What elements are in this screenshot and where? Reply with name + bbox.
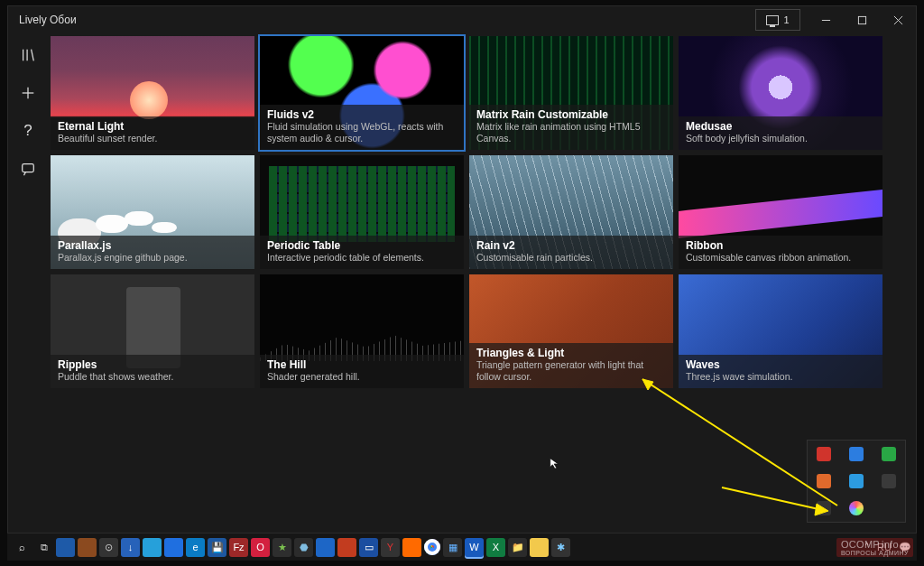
wallpaper-grid: Eternal LightBeautiful sunset render.Flu… xyxy=(50,35,912,389)
wallpaper-card[interactable]: The HillShader generated hill. xyxy=(259,274,465,389)
library-icon[interactable] xyxy=(17,44,39,66)
tray-6[interactable] xyxy=(882,474,896,488)
wallpaper-overlay: Rain v2Customisable rain particles. xyxy=(469,236,673,269)
tray-8[interactable] xyxy=(849,501,864,515)
wallpaper-title: Ribbon xyxy=(686,239,875,252)
wallpaper-desc: Parallax.js engine github page. xyxy=(58,252,247,264)
wallpaper-grid-scroll[interactable]: Eternal LightBeautiful sunset render.Flu… xyxy=(48,33,916,533)
app-16[interactable]: Y xyxy=(381,538,400,557)
wallpaper-desc: Soft body jellyfish simulation. xyxy=(686,133,875,144)
feedback-icon[interactable] xyxy=(17,158,39,180)
help-icon[interactable]: ? xyxy=(17,120,39,142)
app-4[interactable]: ↓ xyxy=(121,538,140,557)
wallpaper-overlay: Matrix Rain CustomizableMatrix like rain… xyxy=(469,105,673,150)
app-18[interactable] xyxy=(424,539,440,555)
wallpaper-card[interactable]: Periodic TableInteractive periodic table… xyxy=(259,154,465,270)
app-title: Lively Обои xyxy=(19,14,77,26)
maximize-button[interactable] xyxy=(844,6,880,33)
active-screen-button[interactable]: 1 xyxy=(755,9,800,31)
wallpaper-card[interactable]: Parallax.jsParallax.js engine github pag… xyxy=(50,154,255,270)
tray-4[interactable] xyxy=(817,474,831,488)
taskbar: ⌕⧉⊙↓e💾FzO★⬣▭Y▦WX📁✱ ˄ RU 💬 xyxy=(7,534,917,561)
wallpaper-card[interactable]: RibbonCustomisable canvas ribbon animati… xyxy=(678,154,883,270)
wallpaper-card[interactable]: RipplesPuddle that shows weather. xyxy=(50,274,255,389)
wallpaper-overlay: Periodic TableInteractive periodic table… xyxy=(260,236,464,269)
app-9[interactable]: Fz xyxy=(229,538,248,557)
wallpaper-overlay: MedusaeSoft body jellyfish simulation. xyxy=(679,116,882,150)
wallpaper-title: Medusae xyxy=(686,120,875,133)
wallpaper-overlay: RipplesPuddle that shows weather. xyxy=(51,355,254,388)
wallpaper-title: Ripples xyxy=(58,358,247,371)
screen-number: 1 xyxy=(783,14,789,25)
app-7[interactable]: e xyxy=(186,538,205,557)
close-button[interactable] xyxy=(880,6,916,33)
app-20[interactable]: W xyxy=(465,538,484,557)
wallpaper-title: The Hill xyxy=(267,358,457,371)
wallpaper-desc: Puddle that shows weather. xyxy=(58,371,247,383)
app-15[interactable]: ▭ xyxy=(359,538,378,557)
wallpaper-desc: Customisable canvas ribbon animation. xyxy=(686,252,875,264)
wallpaper-card[interactable]: Eternal LightBeautiful sunset render. xyxy=(50,35,255,151)
wallpaper-desc: Shader generated hill. xyxy=(267,371,457,383)
svg-marker-15 xyxy=(550,459,559,469)
minimize-button[interactable] xyxy=(808,6,844,33)
wallpaper-overlay: Fluids v2Fluid simulation using WebGL, r… xyxy=(260,105,464,150)
app-22[interactable]: 📁 xyxy=(508,538,527,557)
wallpaper-title: Rain v2 xyxy=(476,239,666,252)
tray-2[interactable] xyxy=(849,447,864,461)
app-13[interactable] xyxy=(316,538,335,557)
app-2[interactable] xyxy=(78,538,97,557)
app-10[interactable]: O xyxy=(251,538,270,557)
nav-rail: ? xyxy=(8,33,48,533)
wallpaper-title: Periodic Table xyxy=(267,239,457,252)
app-17[interactable] xyxy=(402,538,421,557)
watermark-brand: OCOMP.info xyxy=(841,539,899,550)
app-23[interactable] xyxy=(530,538,549,557)
wallpaper-title: Eternal Light xyxy=(58,120,247,133)
wallpaper-title: Triangles & Light xyxy=(476,347,666,359)
lively-window: Lively Обои 1 ? xyxy=(7,5,917,534)
search-icon[interactable]: ⌕ xyxy=(13,538,32,557)
app-14[interactable] xyxy=(337,538,356,557)
wallpaper-overlay: Parallax.jsParallax.js engine github pag… xyxy=(51,236,254,269)
svg-rect-1 xyxy=(858,16,865,23)
tray-5[interactable] xyxy=(849,474,864,488)
tray-9[interactable] xyxy=(882,501,896,515)
app-12[interactable]: ⬣ xyxy=(294,538,313,557)
wallpaper-card[interactable]: Matrix Rain CustomizableMatrix like rain… xyxy=(468,35,674,151)
title-bar: Lively Обои 1 xyxy=(8,6,916,33)
wallpaper-desc: Interactive periodic table of elements. xyxy=(267,252,457,264)
svg-line-6 xyxy=(32,50,34,61)
content: ? Eternal LightBeautiful sunset render.F… xyxy=(8,33,916,533)
tray-3[interactable] xyxy=(882,447,896,461)
wallpaper-overlay: RibbonCustomisable canvas ribbon animati… xyxy=(679,236,882,269)
app-6[interactable] xyxy=(164,538,183,557)
wallpaper-card[interactable]: Rain v2Customisable rain particles. xyxy=(468,154,674,270)
watermark-sub: ВОПРОСЫ АДМИНУ xyxy=(841,550,909,556)
wallpaper-desc: Matrix like rain animation using HTML5 C… xyxy=(476,121,666,144)
app-1[interactable] xyxy=(56,538,75,557)
wallpaper-card[interactable]: Fluids v2Fluid simulation using WebGL, r… xyxy=(259,35,465,151)
wallpaper-card[interactable]: MedusaeSoft body jellyfish simulation. xyxy=(678,35,883,151)
tray-1[interactable] xyxy=(817,447,831,461)
taskview-icon[interactable]: ⧉ xyxy=(34,538,53,557)
monitor-icon xyxy=(766,15,779,25)
wallpaper-title: Parallax.js xyxy=(58,239,247,252)
tray-7[interactable] xyxy=(817,501,831,515)
app-3[interactable]: ⊙ xyxy=(99,538,118,557)
app-21[interactable]: X xyxy=(486,538,505,557)
wallpaper-desc: Customisable rain particles. xyxy=(476,252,666,264)
app-19[interactable]: ▦ xyxy=(443,538,462,557)
app-5[interactable] xyxy=(143,538,162,557)
watermark: OCOMP.info ВОПРОСЫ АДМИНУ xyxy=(836,538,913,557)
wallpaper-desc: Three.js wave simulation. xyxy=(686,371,875,383)
app-8[interactable]: 💾 xyxy=(208,538,226,557)
app-11[interactable]: ★ xyxy=(273,538,291,557)
app-24[interactable]: ✱ xyxy=(551,538,570,557)
wallpaper-card[interactable]: Triangles & LightTriangle pattern genera… xyxy=(468,274,674,389)
add-icon[interactable] xyxy=(17,82,39,104)
wallpaper-desc: Fluid simulation using WebGL, reacts wit… xyxy=(267,121,457,144)
taskbar-left: ⌕⧉⊙↓e💾FzO★⬣▭Y▦WX📁✱ xyxy=(13,538,862,557)
system-tray-flyout[interactable] xyxy=(807,440,906,523)
wallpaper-card[interactable]: WavesThree.js wave simulation. xyxy=(678,274,883,389)
